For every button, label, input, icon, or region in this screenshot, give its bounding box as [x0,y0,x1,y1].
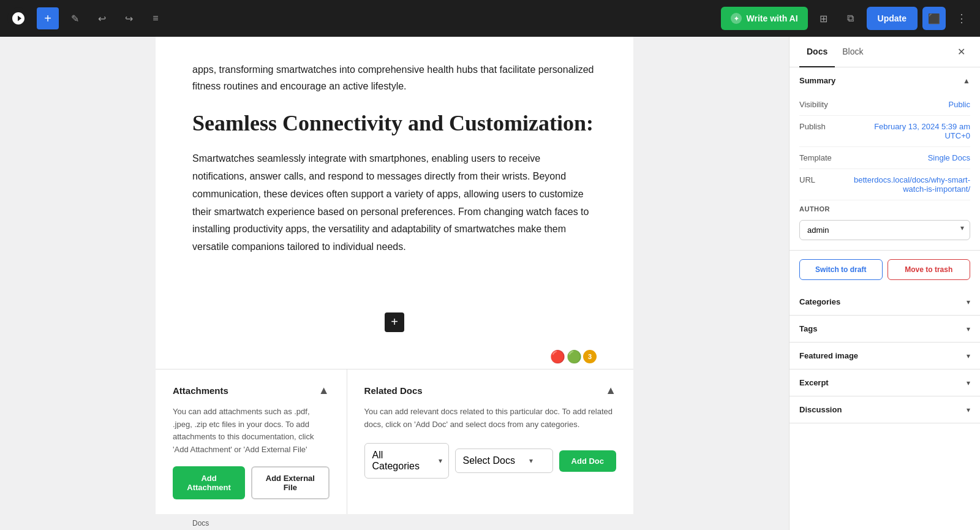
url-row: URL betterdocs.local/docs/why-smart-watc… [799,169,970,200]
tags-arrow: ▾ [967,325,970,333]
emoji-red: 🔴 [550,349,565,364]
related-docs-description: You can add relevant docs related to thi… [364,406,616,431]
redo-button[interactable]: ↪ [118,7,140,29]
editor-main-paragraph[interactable]: Smartwatches seamlessly integrate with s… [192,150,597,256]
attachments-header: Attachments ▲ [173,384,330,397]
attachments-panel: Attachments ▲ You can add attachments su… [156,369,347,514]
list-view-button[interactable]: ≡ [145,7,167,29]
update-button[interactable]: Update [867,7,918,30]
blocks-area: Attachments ▲ You can add attachments su… [156,369,633,514]
docs-bottom-label: Docs [156,514,633,530]
visibility-label: Visibility [799,100,848,109]
main-toolbar: + ✎ ↩ ↪ ≡ ✦ Write with AI ⊞ ⧉ Update ⬛ ⋮ [0,0,980,37]
select-docs-label: Select Docs [463,455,515,466]
url-label: URL [799,175,848,184]
summary-content: Visibility Public Publish February 13, 2… [790,94,980,250]
template-label: Template [799,153,848,162]
related-docs-header: Related Docs ▲ [364,384,616,397]
summary-toggle-icon: ▲ [963,77,970,85]
emoji-green: 🟢 [567,349,582,364]
publish-value[interactable]: February 13, 2024 5:39 am UTC+0 [853,122,970,140]
related-docs-controls: All Categories ▾ Select Docs ▾ Add Doc [364,443,616,479]
edit-toolbar-button[interactable]: ✎ [64,7,86,29]
author-label: AUTHOR [799,205,970,213]
add-block-toolbar-button[interactable]: + [37,7,59,29]
view-button[interactable]: ⊞ [813,7,835,29]
add-block-inline-button[interactable]: + [385,312,404,332]
excerpt-label: Excerpt [799,378,829,387]
discussion-label: Discussion [799,405,842,414]
featured-image-label: Featured image [799,351,858,360]
visibility-row: Visibility Public [799,94,970,116]
tags-section: Tags ▾ [790,316,980,343]
editor-intro-paragraph: apps, transforming smartwatches into com… [192,61,597,94]
author-select[interactable]: admin [799,220,970,240]
tags-label: Tags [799,324,817,333]
main-area: apps, transforming smartwatches into com… [0,37,980,530]
featured-image-arrow: ▾ [967,352,970,360]
all-categories-label: All Categories [372,450,431,472]
categories-arrow: ▾ [967,298,970,306]
excerpt-arrow: ▾ [967,379,970,387]
select-docs-arrow: ▾ [529,456,539,465]
undo-button[interactable]: ↩ [91,7,113,29]
add-doc-button[interactable]: Add Doc [559,450,616,472]
select-docs-wrapper[interactable]: Select Docs ▾ [455,449,553,473]
ai-icon: ✦ [731,13,742,24]
external-link-button[interactable]: ⧉ [840,7,862,29]
add-external-file-button[interactable]: Add External File [251,466,329,499]
tab-block[interactable]: Block [835,37,870,67]
excerpt-expand[interactable]: Excerpt ▾ [790,369,980,396]
summary-section-header[interactable]: Summary ▲ [790,67,980,94]
wordpress-logo[interactable] [7,7,29,29]
action-buttons: Switch to draft Move to trash [790,251,980,289]
editor-content: apps, transforming smartwatches into com… [156,37,633,305]
editor-heading[interactable]: Seamless Connectivity and Customization: [192,109,597,138]
attachments-collapse-button[interactable]: ▲ [318,384,330,397]
tab-docs[interactable]: Docs [799,37,835,67]
categories-section: Categories ▾ [790,289,980,316]
attachments-description: You can add attachments such as .pdf, .j… [173,406,330,456]
move-to-trash-button[interactable]: Move to trash [888,259,971,280]
summary-title: Summary [799,76,835,85]
author-wrapper: admin [799,215,970,240]
settings-button[interactable]: ⬛ [922,7,946,30]
emoji-row: 🔴 🟢 3 [156,344,633,369]
publish-row: Publish February 13, 2024 5:39 am UTC+0 [799,116,970,147]
categories-select-wrapper[interactable]: All Categories ▾ [364,443,449,479]
template-row: Template Single Docs [799,147,970,169]
featured-image-expand[interactable]: Featured image ▾ [790,343,980,369]
add-attachment-button[interactable]: Add Attachment [173,466,245,499]
related-docs-collapse-button[interactable]: ▲ [605,384,616,397]
featured-image-section: Featured image ▾ [790,343,980,369]
docs-label-text: Docs [192,519,209,528]
excerpt-section: Excerpt ▾ [790,369,980,396]
attachments-buttons: Add Attachment Add External File [173,466,330,499]
tags-expand[interactable]: Tags ▾ [790,316,980,342]
sidebar-tabs: Docs Block ✕ [790,37,980,67]
publish-label: Publish [799,122,848,131]
write-ai-label: Write with AI [747,13,798,23]
more-options-button[interactable]: ⋮ [951,7,973,29]
attachments-title: Attachments [173,385,228,396]
right-sidebar: Docs Block ✕ Summary ▲ Visibility Public… [789,37,980,530]
categories-expand[interactable]: Categories ▾ [790,289,980,315]
categories-label: Categories [799,297,840,306]
editor-area: apps, transforming smartwatches into com… [0,37,789,530]
discussion-section: Discussion ▾ [790,396,980,423]
notification-badge: 3 [583,350,597,363]
close-sidebar-button[interactable]: ✕ [952,41,970,62]
template-value[interactable]: Single Docs [928,153,970,162]
related-docs-title: Related Docs [364,385,423,396]
discussion-arrow: ▾ [967,406,970,414]
url-value[interactable]: betterdocs.local/docs/why-smart-watch-is… [853,175,970,194]
related-docs-panel: Related Docs ▲ You can add relevant docs… [347,369,633,514]
discussion-expand[interactable]: Discussion ▾ [790,396,980,423]
summary-section: Summary ▲ Visibility Public Publish Febr… [790,67,980,251]
visibility-value[interactable]: Public [949,100,970,109]
switch-to-draft-button[interactable]: Switch to draft [799,259,883,280]
write-with-ai-button[interactable]: ✦ Write with AI [721,7,808,30]
categories-dropdown-arrow: ▾ [439,456,448,465]
